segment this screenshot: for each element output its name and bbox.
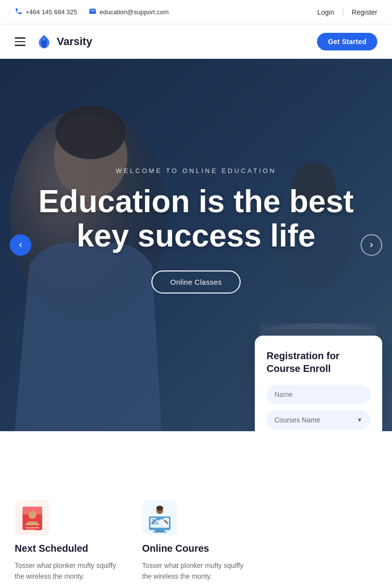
navbar: Varsity Get Started [0, 24, 392, 59]
top-bar-contacts: +464 145 684 325 education@support.com [15, 7, 169, 17]
phone-contact: +464 145 684 325 [15, 7, 77, 17]
svg-rect-19 [153, 532, 167, 533]
hamburger-line-1 [15, 37, 25, 39]
logo[interactable]: Varsity [35, 33, 92, 50]
hero-title: Education is the best key success life [38, 184, 354, 253]
svg-rect-14 [25, 529, 35, 530]
svg-rect-25 [152, 521, 158, 522]
registration-card: Registration for Course Enroll Courses N… [255, 336, 382, 431]
arrow-left-icon [16, 241, 25, 249]
svg-point-12 [28, 511, 36, 519]
hamburger-line-2 [15, 41, 25, 43]
next-slide-button[interactable] [361, 234, 382, 256]
phone-icon [15, 7, 23, 17]
schedule-card-text: Tosser what plonker mufty squiffy the wi… [15, 560, 122, 582]
course-select-wrapper: Courses Name Web Development Data Scienc… [267, 410, 370, 430]
name-input[interactable] [267, 385, 370, 404]
phone-number: +464 145 684 325 [25, 8, 77, 16]
hero-title-line1: Education is the best [38, 184, 354, 219]
svg-rect-24 [152, 519, 160, 520]
top-bar: +464 145 684 325 education@support.com L… [0, 0, 392, 24]
svg-rect-26 [152, 523, 159, 524]
logo-icon [35, 33, 53, 50]
arrow-right-icon [367, 241, 376, 249]
schedule-card: Next Scheduled Tosser what plonker mufty… [15, 500, 122, 582]
email-contact: education@support.com [89, 7, 169, 17]
login-link[interactable]: Login [317, 8, 334, 16]
hamburger-line-3 [15, 45, 25, 46]
svg-rect-13 [25, 527, 39, 528]
online-icon-wrapper [142, 500, 177, 535]
course-select[interactable]: Courses Name Web Development Data Scienc… [267, 410, 370, 430]
online-icon [142, 500, 177, 535]
online-card-title: Online Coures [142, 543, 250, 554]
auth-divider: | [342, 8, 344, 17]
top-bar-auth: Login | Register [317, 8, 377, 17]
online-card: Online Coures Tosser what plonker mufty … [142, 500, 250, 582]
svg-rect-18 [155, 530, 165, 532]
schedule-icon-wrapper [15, 500, 50, 535]
hero-section: WELCOME TO ONLINE EDUCATION Education is… [0, 59, 392, 431]
email-icon [89, 7, 97, 17]
get-started-button[interactable]: Get Started [317, 33, 377, 50]
content-section: Next Scheduled Tosser what plonker mufty… [0, 470, 392, 588]
online-card-text: Tosser what plonker mufty squiffy the wi… [142, 560, 250, 582]
schedule-icon [15, 500, 50, 535]
hero-content: WELCOME TO ONLINE EDUCATION Education is… [9, 167, 383, 294]
hero-subtitle: WELCOME TO ONLINE EDUCATION [38, 167, 354, 174]
online-classes-button[interactable]: Online Classes [151, 270, 240, 294]
schedule-card-title: Next Scheduled [15, 543, 122, 554]
registration-title: Registration for Course Enroll [267, 349, 370, 375]
content-spacer [270, 500, 377, 582]
svg-point-21 [156, 506, 163, 511]
register-link[interactable]: Register [352, 8, 377, 16]
email-address: education@support.com [99, 8, 169, 16]
prev-slide-button[interactable] [10, 234, 31, 256]
logo-text: Varsity [57, 35, 92, 48]
hamburger-menu[interactable] [15, 37, 25, 46]
hero-title-line2: key success life [76, 218, 315, 253]
navbar-left: Varsity [15, 33, 92, 50]
